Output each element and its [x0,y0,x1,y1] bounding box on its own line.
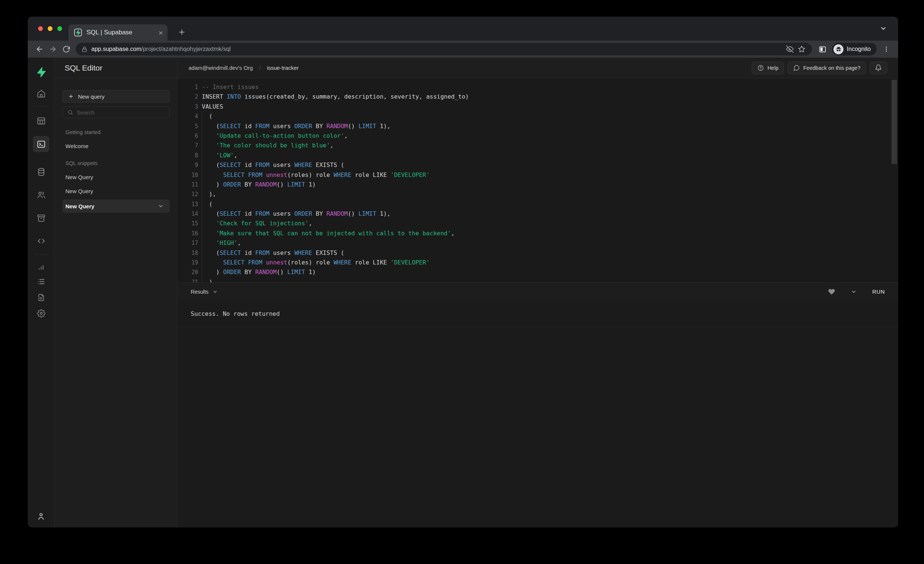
breadcrumb-project[interactable]: issue-tracker [267,64,298,71]
chevron-down-icon[interactable] [851,289,857,295]
home-icon[interactable] [33,85,49,102]
code-line[interactable]: 16 'Make sure that SQL can not be inject… [177,229,898,238]
notifications-button[interactable] [870,62,887,74]
supabase-favicon-icon [74,28,82,37]
code-line[interactable]: 20 ) ORDER BY RANDOM() LIMIT 1) [177,268,898,277]
eye-off-icon[interactable] [784,43,796,55]
code-line[interactable]: 19 SELECT FROM unnest(roles) role WHERE … [177,258,898,268]
code-line[interactable]: 14 (SELECT id FROM users ORDER BY RANDOM… [177,209,898,218]
account-person-icon[interactable] [33,508,49,525]
new-tab-button[interactable] [176,27,188,38]
sql-code-editor[interactable]: 1-- Insert issues2INSERT INTO issues(cre… [177,78,898,283]
results-bar: Results RUN [177,283,898,300]
browser-tab[interactable]: SQL | Supabase × [68,24,167,40]
getting-started-label: Getting started [65,129,170,135]
code-line[interactable]: 4 ( [177,112,898,121]
code-line[interactable]: 21 ), [177,277,898,283]
code-line[interactable]: 7 'The color should be light blue', [177,141,898,150]
feedback-label: Feedback on this page? [803,65,860,71]
incognito-avatar-icon [834,44,843,54]
search-icon [67,109,73,115]
plus-icon [68,93,74,99]
code-line[interactable]: 17 'HIGH', [177,238,898,248]
forward-icon[interactable] [46,42,60,56]
incognito-badge[interactable]: Incognito [832,43,877,55]
run-button[interactable]: RUN [872,289,885,295]
code-line[interactable]: 3VALUES [177,102,898,112]
code-line[interactable]: 9 (SELECT id FROM users WHERE EXISTS ( [177,160,898,170]
breadcrumb-org[interactable]: adam@windmill.dev's Org [189,64,253,71]
new-query-label: New query [78,93,105,100]
incognito-label: Incognito [847,46,871,52]
api-code-icon[interactable] [33,233,49,249]
new-query-button[interactable]: New query [63,90,170,103]
side-panel-icon[interactable] [816,42,829,56]
code-line[interactable]: 13 ( [177,199,898,209]
sql-editor-icon[interactable] [33,136,49,152]
code-line[interactable]: 1-- Insert issues [177,82,898,92]
project-header: adam@windmill.dev's Org / issue-tracker … [177,58,898,78]
settings-gear-icon[interactable] [33,305,49,321]
minimize-window-button[interactable] [48,26,52,31]
code-line[interactable]: 18 (SELECT id FROM users WHERE EXISTS ( [177,248,898,258]
tab-title: SQL | Supabase [87,29,159,36]
reload-icon[interactable] [60,42,73,56]
auth-users-icon[interactable] [33,187,49,203]
back-icon[interactable] [33,42,46,56]
feedback-button[interactable]: Feedback on this page? [788,62,866,74]
help-circle-icon [757,64,764,71]
sidebar-item-snippet[interactable]: New Query [65,188,170,194]
rail-divider [33,106,49,106]
indent-guide [202,112,202,283]
results-dropdown[interactable]: Results [191,289,218,295]
breadcrumb-separator: / [259,64,261,71]
search-input[interactable] [77,109,165,115]
search-input-wrap [63,106,170,118]
chevron-down-icon [213,289,218,295]
code-line[interactable]: 6 'Update call-to-action button color', [177,131,898,141]
docs-file-icon[interactable] [33,289,49,305]
sidebar-item-snippet-selected[interactable]: New Query [63,199,170,213]
tab-search-chevron-icon[interactable] [880,25,887,32]
code-lines: 1-- Insert issues2INSERT INTO issues(cre… [177,82,898,283]
supabase-logo-icon[interactable] [33,64,49,80]
code-line[interactable]: 8 'LOW', [177,151,898,160]
browser-window: SQL | Supabase × app.supabase.com/projec… [28,16,898,527]
sql-snippets-label: SQL snippets [65,160,170,166]
help-button[interactable]: Help [752,62,784,74]
reports-chart-icon[interactable] [33,259,49,275]
url-bar[interactable]: app.supabase.com/project/azahtnhqohyjerz… [76,43,812,55]
url-path: /project/azahtnhqohyjerzaxtmk/sql [141,46,231,52]
help-label: Help [767,65,778,71]
favorite-heart-icon[interactable] [828,288,835,295]
code-line[interactable]: 2INSERT INTO issues(created_by, summary,… [177,92,898,102]
results-output: Success. No rows returned [177,300,898,327]
bell-icon [875,64,882,71]
code-line[interactable]: 5 (SELECT id FROM users ORDER BY RANDOM(… [177,121,898,131]
rail-divider [33,254,49,254]
browser-menu-kebab-icon[interactable] [880,42,893,56]
storage-icon[interactable] [33,210,49,226]
chevron-down-icon[interactable] [158,203,164,209]
code-line[interactable]: 11 ) ORDER BY RANDOM() LIMIT 1) [177,180,898,190]
code-line[interactable]: 10 SELECT FROM unnest(roles) role WHERE … [177,170,898,180]
chat-bubble-icon [793,64,800,71]
page-title: SQL Editor [54,58,177,78]
zoom-window-button[interactable] [57,26,62,31]
sidebar-item-snippet[interactable]: New Query [65,174,170,180]
sidebar-item-welcome[interactable]: Welcome [65,143,170,149]
nav-rail [28,58,54,527]
tab-close-icon[interactable]: × [159,29,163,37]
bookmark-star-icon[interactable] [796,43,808,55]
logs-list-icon[interactable] [33,273,49,290]
browser-toolbar: app.supabase.com/project/azahtnhqohyjerz… [28,40,898,58]
editor-scrollbar[interactable] [891,80,897,164]
window-controls [38,26,62,31]
lock-icon [81,46,88,52]
close-window-button[interactable] [38,26,43,31]
table-editor-icon[interactable] [33,113,49,129]
database-icon[interactable] [33,164,49,180]
status-message: Success. No rows returned [191,310,280,317]
code-line[interactable]: 12 ), [177,190,898,199]
code-line[interactable]: 15 'Check for SQL injections', [177,218,898,228]
